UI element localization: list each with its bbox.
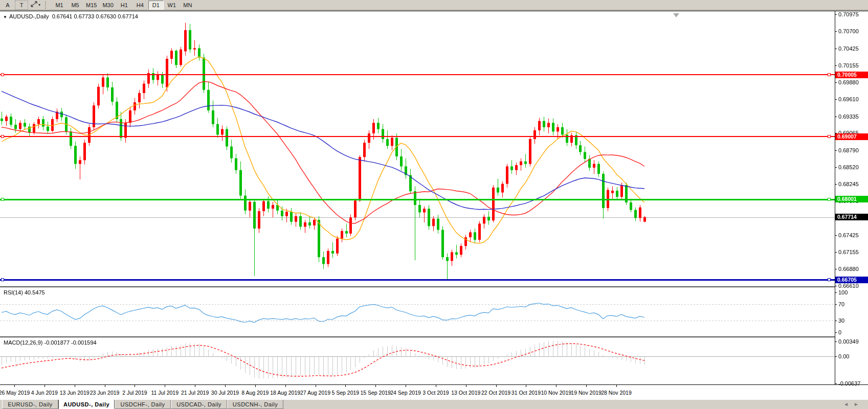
tab-usdcad[interactable]: USDCAD-, Daily xyxy=(171,400,227,409)
rsi-axis-label: 70 xyxy=(838,301,844,307)
price-axis-label: 0.69335 xyxy=(838,113,859,120)
timeframe-button-d1[interactable]: D1 xyxy=(148,1,164,10)
price-chart-canvas[interactable] xyxy=(0,11,835,287)
date-label: 28 Nov 2019 xyxy=(601,390,632,396)
price-axis-tick xyxy=(835,286,837,286)
date-tick xyxy=(165,385,165,387)
rsi-axis-label: 30 xyxy=(838,317,844,324)
price-axis-tick xyxy=(835,49,837,49)
date-tick xyxy=(255,385,256,387)
date-label: 19 Nov 2019 xyxy=(571,390,602,396)
macd-values: -0.001877 -0.001594 xyxy=(44,339,96,346)
price-axis-label: 0.70155 xyxy=(838,62,859,69)
date-label: 13 Oct 2019 xyxy=(451,390,480,396)
date-tick xyxy=(436,385,436,387)
price-axis-label: 0.69880 xyxy=(838,79,859,85)
date-tick xyxy=(195,385,195,387)
tab-usdcnh[interactable]: USDCNH-, Daily xyxy=(227,400,283,409)
date-label: 2 Jul 2019 xyxy=(122,390,147,396)
price-line-badge: 0.66705 xyxy=(835,277,868,283)
date-tick xyxy=(616,385,617,387)
tab-scroll-buttons: ◄► xyxy=(843,401,864,407)
arrow-tool-button[interactable]: A xyxy=(1,1,14,10)
price-axis-tick xyxy=(835,99,837,100)
rsi-axis-tick xyxy=(835,321,837,321)
date-tick xyxy=(496,385,497,387)
top-toolbar: A T ▾ M1M5M15M30H1H4D1W1MN xyxy=(0,0,868,10)
price-axis-label: 0.70975 xyxy=(838,11,859,17)
cursor-mode-button[interactable]: ▾ xyxy=(29,1,42,10)
tab-scroll-right-icon[interactable]: ► xyxy=(854,401,864,407)
macd-axis-label: -0.00637 xyxy=(838,380,860,387)
date-label: 5 Sep 2019 xyxy=(331,390,359,396)
price-axis-label: 0.70425 xyxy=(838,46,859,52)
date-tick xyxy=(556,385,557,387)
rsi-label: RSI(14) 40.5475 xyxy=(4,289,45,296)
macd-axis-label: 0.00 xyxy=(838,353,849,359)
toolbar-grip[interactable] xyxy=(45,2,50,9)
rsi-value: 40.5475 xyxy=(25,289,45,296)
date-label: 13 Jun 2019 xyxy=(60,390,90,396)
date-label: 8 Aug 2019 xyxy=(241,390,269,396)
text-tool-button[interactable]: T xyxy=(15,1,28,10)
chevron-down-icon: ▾ xyxy=(38,1,40,9)
price-axis-tick xyxy=(835,150,837,151)
date-tick xyxy=(375,385,376,387)
rsi-axis-tick xyxy=(835,304,837,305)
tab-scroll-left-icon[interactable]: ◄ xyxy=(843,401,854,407)
date-label: 26 May 2019 xyxy=(0,390,30,396)
price-axis-label: 0.68245 xyxy=(838,181,859,187)
date-label: 4 Jun 2019 xyxy=(31,390,58,396)
timeframe-button-h4[interactable]: H4 xyxy=(132,1,148,10)
timeframe-toolbar: M1M5M15M30H1H4D1W1MN xyxy=(52,1,196,10)
price-axis-tick xyxy=(835,31,837,32)
ohlc-readout: 0.67641 0.67733 0.67630 0.67714 xyxy=(52,13,138,19)
date-label: 23 Jun 2019 xyxy=(90,390,120,396)
symbol-dropdown-icon[interactable]: ▼ xyxy=(3,15,7,19)
price-axis-label: 0.69610 xyxy=(838,96,859,102)
rsi-indicator-canvas[interactable] xyxy=(0,287,835,336)
rsi-axis-tick xyxy=(835,332,837,333)
rsi-axis-tick xyxy=(835,292,837,293)
date-label: 18 Aug 2019 xyxy=(270,390,300,396)
symbol-name: AUDUSD-,Daily xyxy=(9,13,49,19)
macd-axis-tick xyxy=(835,356,837,357)
date-label: 22 Oct 2019 xyxy=(481,390,510,396)
macd-indicator-canvas[interactable] xyxy=(0,337,835,384)
price-line-badge: 0.70005 xyxy=(835,72,868,78)
timeframe-button-mn[interactable]: MN xyxy=(180,1,195,10)
timeframe-button-w1[interactable]: W1 xyxy=(164,1,180,10)
timeframe-button-m1[interactable]: M1 xyxy=(52,1,67,10)
price-axis-tick xyxy=(835,167,837,168)
mt4-terminal: { "toolbar": { "buttons": [{"label":"A"}… xyxy=(0,0,868,409)
timeframe-button-m15[interactable]: M15 xyxy=(83,1,99,10)
timeframe-button-m5[interactable]: M5 xyxy=(68,1,83,10)
price-line-badge: 0.68001 xyxy=(835,196,868,202)
date-tick xyxy=(105,385,105,387)
tab-eurusd[interactable]: EURUSD-, Daily xyxy=(2,400,58,409)
chart-shift-marker-icon[interactable] xyxy=(673,13,679,17)
timeframe-button-h1[interactable]: H1 xyxy=(117,1,132,10)
price-axis-tick xyxy=(835,235,837,236)
date-tick xyxy=(586,385,587,387)
date-tick xyxy=(225,385,226,387)
tab-usdchf[interactable]: USDCHF-, Daily xyxy=(115,400,171,409)
date-tick xyxy=(466,385,466,387)
date-label: 31 Oct 2019 xyxy=(511,390,541,396)
price-axis-tick xyxy=(835,117,837,117)
tab-audusd[interactable]: AUDUSD-, Daily xyxy=(58,400,115,409)
price-axis-label: 0.70700 xyxy=(838,28,859,34)
date-tick xyxy=(406,385,406,387)
panel-separator[interactable] xyxy=(0,336,835,337)
timeframe-button-m30[interactable]: M30 xyxy=(100,1,116,10)
date-label: 3 Oct 2019 xyxy=(422,390,449,396)
date-tick xyxy=(135,385,135,387)
price-axis-label: 0.66610 xyxy=(838,283,859,289)
rsi-axis-label: 100 xyxy=(838,289,848,296)
price-axis-label: 0.67155 xyxy=(838,249,859,255)
date-label: 30 Jul 2019 xyxy=(211,390,239,396)
panel-separator[interactable] xyxy=(0,286,835,287)
rsi-axis-label: 0 xyxy=(838,329,841,335)
price-axis-label: 0.68790 xyxy=(838,147,859,153)
date-tick xyxy=(285,385,286,387)
